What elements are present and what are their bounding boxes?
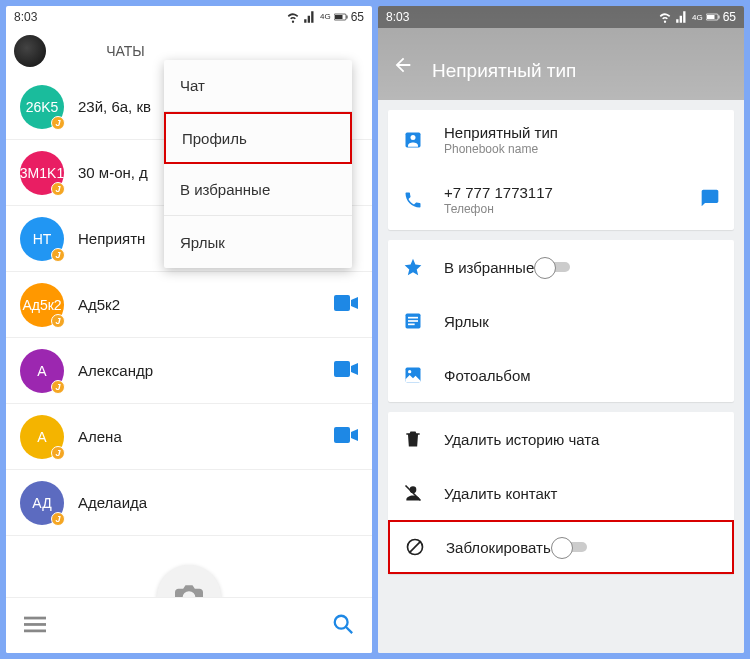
video-icon — [334, 359, 358, 379]
network-type: 4G — [692, 13, 703, 22]
status-bar: 8:03 4G 65 — [6, 6, 372, 28]
svg-point-21 — [408, 370, 411, 373]
wifi-icon — [658, 10, 672, 24]
profile-header: 8:03 4G 65 Неприятный тип — [378, 6, 744, 100]
card-actions: Удалить историю чата Удалить контакт Заб… — [388, 412, 734, 574]
avatar: НТJ — [20, 217, 64, 261]
phone-right: 8:03 4G 65 Неприятный тип Неприятный тип… — [378, 6, 744, 653]
svg-rect-8 — [24, 629, 46, 632]
shortcut-icon — [402, 311, 424, 331]
star-icon — [402, 257, 424, 277]
row-block[interactable]: Заблокировать — [388, 520, 734, 574]
menu-profile[interactable]: Профиль — [164, 112, 352, 164]
svg-point-15 — [411, 135, 416, 140]
menu-button[interactable] — [24, 613, 46, 639]
album-label: Фотоальбом — [444, 367, 531, 384]
status-badge: J — [51, 248, 65, 262]
status-badge: J — [51, 446, 65, 460]
video-call-button[interactable] — [334, 359, 358, 383]
avatar: Ад5к2J — [20, 283, 64, 327]
phone-sub: Телефон — [444, 202, 700, 216]
status-badge: J — [51, 182, 65, 196]
row-delete-history[interactable]: Удалить историю чата — [388, 412, 734, 466]
profile-body: Неприятный тип Phonebook name +7 777 177… — [378, 100, 744, 653]
svg-point-9 — [335, 615, 348, 628]
shortcut-label: Ярлык — [444, 313, 489, 330]
menu-shortcut[interactable]: Ярлык — [164, 216, 352, 268]
signal-icon — [303, 10, 317, 24]
menu-favorite[interactable]: В избранные — [164, 164, 352, 216]
svg-line-24 — [409, 541, 421, 553]
contact-row[interactable]: АJ Александр — [6, 338, 372, 404]
contact-row[interactable]: АДJ Аделаида — [6, 470, 372, 536]
card-options: В избранные Ярлык Фотоальбом — [388, 240, 734, 402]
arrow-left-icon — [392, 54, 414, 76]
status-time: 8:03 — [14, 10, 37, 24]
delete-contact-label: Удалить контакт — [444, 485, 557, 502]
phone-icon — [402, 190, 424, 210]
svg-rect-12 — [707, 15, 715, 19]
phone-left: 8:03 4G 65 ЧАТЫ 26K5J 23й, 6а, кв 3M1K1J… — [6, 6, 372, 653]
wifi-icon — [286, 10, 300, 24]
svg-rect-18 — [408, 320, 418, 322]
battery-level: 65 — [723, 10, 736, 24]
contact-name: Аделаида — [78, 494, 358, 511]
status-icons: 4G 65 — [286, 10, 364, 24]
contact-name: Неприятный тип — [444, 124, 720, 141]
svg-rect-7 — [24, 623, 46, 626]
video-call-button[interactable] — [334, 425, 358, 449]
contact-name: Ад5к2 — [78, 296, 334, 313]
contact-name-sub: Phonebook name — [444, 142, 720, 156]
block-label: Заблокировать — [446, 539, 551, 556]
status-badge: J — [51, 314, 65, 328]
profile-title: Неприятный тип — [432, 60, 576, 82]
delete-contact-icon — [402, 483, 424, 503]
context-menu: Чат Профиль В избранные Ярлык — [164, 60, 352, 268]
delete-history-label: Удалить историю чата — [444, 431, 599, 448]
video-call-button[interactable] — [334, 293, 358, 317]
row-favorite[interactable]: В избранные — [388, 240, 734, 294]
network-type: 4G — [320, 13, 331, 21]
menu-chat[interactable]: Чат — [164, 60, 352, 112]
photo-icon — [402, 365, 424, 385]
favorite-label: В избранные — [444, 259, 534, 276]
my-avatar[interactable] — [14, 35, 46, 67]
contact-name: Алена — [78, 428, 334, 445]
svg-rect-6 — [24, 616, 46, 619]
svg-rect-3 — [334, 295, 350, 311]
avatar: АJ — [20, 349, 64, 393]
avatar: АДJ — [20, 481, 64, 525]
search-icon — [332, 613, 354, 635]
search-button[interactable] — [332, 613, 354, 639]
person-icon — [402, 130, 424, 150]
row-shortcut[interactable]: Ярлык — [388, 294, 734, 348]
avatar: 3M1K1J — [20, 151, 64, 195]
video-icon — [334, 293, 358, 313]
row-album[interactable]: Фотоальбом — [388, 348, 734, 402]
battery-icon — [706, 10, 720, 24]
trash-icon — [402, 429, 424, 449]
phone-number: +7 777 1773117 — [444, 184, 700, 201]
contact-name: Александр — [78, 362, 334, 379]
video-icon — [334, 425, 358, 445]
contact-row[interactable]: АJ Алена — [6, 404, 372, 470]
svg-rect-5 — [334, 427, 350, 443]
row-delete-contact[interactable]: Удалить контакт — [388, 466, 734, 520]
favorite-toggle[interactable] — [534, 257, 570, 277]
svg-rect-19 — [408, 324, 415, 326]
status-badge: J — [51, 116, 65, 130]
message-button[interactable] — [700, 188, 720, 212]
contact-row[interactable]: Ад5к2J Ад5к2 — [6, 272, 372, 338]
block-icon — [404, 537, 426, 557]
block-toggle[interactable] — [551, 537, 587, 557]
back-button[interactable] — [392, 54, 414, 80]
svg-line-10 — [346, 626, 352, 632]
svg-rect-13 — [718, 16, 719, 19]
battery-level: 65 — [351, 10, 364, 24]
tab-chats[interactable]: ЧАТЫ — [46, 43, 205, 59]
row-phone[interactable]: +7 777 1773117 Телефон — [388, 170, 734, 230]
battery-icon — [334, 10, 348, 24]
row-name: Неприятный тип Phonebook name — [388, 110, 734, 170]
avatar: 26K5J — [20, 85, 64, 129]
status-badge: J — [51, 380, 65, 394]
